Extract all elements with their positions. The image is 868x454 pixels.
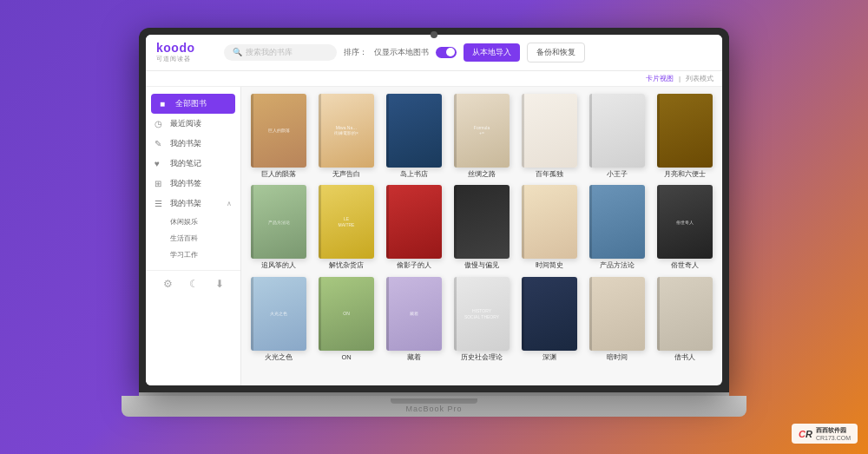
book-title: 借书人 — [674, 353, 695, 362]
laptop-notch — [391, 398, 477, 404]
app-header: koodo 可道阅读器 🔍 搜索我的书库 排序： 仅显示本地图书 从本地导 — [146, 35, 722, 71]
book-title: 巨人的陨落 — [261, 170, 296, 179]
book-card[interactable]: ONON — [316, 277, 377, 362]
list-view-label[interactable]: 列表模式 — [686, 74, 713, 83]
book-title: 偷影子的人 — [397, 261, 431, 270]
toggle-track — [436, 47, 457, 58]
laptop-wrapper: koodo 可道阅读器 🔍 搜索我的书库 排序： 仅显示本地图书 从本地导 — [122, 28, 746, 427]
app-container: koodo 可道阅读器 🔍 搜索我的书库 排序： 仅显示本地图书 从本地导 — [146, 35, 722, 385]
sidebar-item-bookmark-label: 我的笔记 — [170, 158, 201, 169]
local-only-label: 仅显示本地图书 — [374, 47, 429, 58]
search-bar[interactable]: 🔍 搜索我的书库 — [224, 44, 337, 61]
laptop-screen: koodo 可道阅读器 🔍 搜索我的书库 排序： 仅显示本地图书 从本地导 — [146, 35, 722, 385]
book-title: 月亮和六便士 — [664, 170, 706, 179]
book-title: 解忧杂货店 — [329, 261, 364, 270]
book-card[interactable]: 暗时间 — [587, 277, 648, 362]
book-area: 巨人的陨落巨人的陨落Miwa Na… 街練電影的×无声告白岛上书店Formula… — [241, 87, 722, 385]
theme-icon[interactable]: ☾ — [189, 278, 199, 290]
book-card[interactable]: Formula +=丝绸之路 — [451, 94, 512, 179]
watermark-text: 西西软件园 CR173.COM — [816, 426, 851, 441]
sidebar-item-all-label: 全部图书 — [175, 98, 207, 109]
recent-icon: ◷ — [155, 119, 165, 128]
sidebar-sub-work[interactable]: 学习工作 — [146, 247, 240, 263]
sidebar-item-notes[interactable]: ✎ 我的书架 — [146, 134, 240, 154]
book-grid: 巨人的陨落巨人的陨落Miwa Na… 街練電影的×无声告白岛上书店Formula… — [248, 94, 715, 362]
sidebar-item-tags[interactable]: ⊞ 我的书签 — [146, 174, 240, 194]
sidebar-item-shelves-label: 我的书架 — [170, 198, 201, 209]
expand-icon: ∧ — [227, 200, 232, 207]
laptop-brand: MacBook Pro — [405, 405, 462, 413]
backup-button[interactable]: 备份和恢复 — [527, 43, 585, 63]
laptop-hinge — [139, 392, 729, 396]
book-card[interactable]: 借书人 — [654, 277, 715, 362]
app-logo: koodo — [156, 41, 217, 55]
search-placeholder: 搜索我的书库 — [246, 47, 293, 58]
book-card[interactable]: 小王子 — [587, 94, 648, 179]
notes-icon: ✎ — [155, 139, 165, 148]
book-card[interactable]: 火光之色火光之色 — [248, 277, 309, 362]
sidebar-item-recent-label: 最近阅读 — [170, 118, 201, 129]
sidebar-item-bookmark[interactable]: ♥ 我的笔记 — [146, 154, 240, 174]
sidebar-item-tags-label: 我的书签 — [170, 178, 201, 189]
local-toggle[interactable] — [436, 47, 457, 58]
book-title: 小王子 — [607, 170, 628, 179]
book-card[interactable]: 偷影子的人 — [384, 185, 444, 270]
book-card[interactable]: 岛上书店 — [384, 94, 444, 179]
sidebar-item-recent[interactable]: ◷ 最近阅读 — [146, 114, 240, 134]
book-title: 深渊 — [542, 353, 556, 362]
sidebar-sub-leisure[interactable]: 休闲娱乐 — [146, 214, 240, 230]
sidebar-item-all[interactable]: ■ 全部图书 — [151, 94, 235, 114]
watermark-logo: CR — [799, 429, 812, 439]
book-card[interactable]: HISTORY SOCIAL THEORY历史社会理论 — [451, 277, 512, 362]
book-card[interactable]: 月亮和六便士 — [654, 94, 715, 179]
sidebar-item-shelves[interactable]: ☰ 我的书架 ∧ — [146, 194, 240, 214]
sidebar-footer: ⚙ ☾ ⬇ — [146, 270, 240, 297]
book-title: 追风筝的人 — [261, 261, 296, 270]
book-title: 丝绸之路 — [468, 170, 496, 179]
watermark: CR 西西软件园 CR173.COM — [792, 424, 858, 444]
sidebar-item-notes-label: 我的书架 — [170, 138, 201, 149]
watermark-name: 西西软件园 — [816, 426, 851, 435]
settings-icon[interactable]: ⚙ — [163, 278, 173, 290]
book-title: 傲慢与偏见 — [464, 261, 499, 270]
divider: | — [679, 75, 681, 82]
logo-area: koodo 可道阅读器 — [156, 41, 217, 63]
book-title: 藏着 — [407, 353, 421, 362]
book-title: 产品方法论 — [600, 261, 635, 270]
book-title: 无声告白 — [332, 170, 360, 179]
sort-label: 排序： — [344, 47, 367, 58]
tags-icon: ⊞ — [155, 179, 165, 188]
book-title: 时间简史 — [536, 261, 563, 270]
sidebar-sub-life[interactable]: 生活百科 — [146, 230, 240, 247]
book-card[interactable]: 产品方法论追风筝的人 — [248, 185, 309, 270]
book-card[interactable]: 产品方法论 — [587, 185, 648, 270]
watermark-url: CR173.COM — [816, 435, 851, 441]
shelves-icon: ☰ — [155, 199, 165, 208]
book-card[interactable]: 百年孤独 — [519, 94, 580, 179]
bookmark-icon: ♥ — [155, 159, 165, 168]
laptop-base: MacBook Pro — [122, 396, 746, 417]
book-title: 火光之色 — [265, 353, 293, 362]
import-button[interactable]: 从本地导入 — [464, 43, 520, 62]
book-title: 暗时间 — [607, 353, 628, 362]
book-card[interactable]: 巨人的陨落巨人的陨落 — [248, 94, 309, 179]
toggle-thumb — [446, 48, 455, 56]
download-icon[interactable]: ⬇ — [215, 278, 224, 290]
book-card[interactable]: 深渊 — [519, 277, 580, 362]
book-card[interactable]: 时间简史 — [519, 185, 580, 270]
book-card[interactable]: 傲慢与偏见 — [451, 185, 512, 270]
sidebar: ■ 全部图书 ◷ 最近阅读 ✎ 我的书架 ♥ 我 — [146, 87, 241, 385]
all-books-icon: ■ — [160, 99, 170, 109]
book-title: 百年孤独 — [536, 170, 563, 179]
view-mode-selector: 卡片视图 | 列表模式 — [646, 74, 713, 83]
app-main: ■ 全部图书 ◷ 最近阅读 ✎ 我的书架 ♥ 我 — [146, 87, 722, 385]
book-title: 岛上书店 — [400, 170, 428, 179]
book-card[interactable]: Miwa Na… 街練電影的×无声告白 — [316, 94, 377, 179]
book-card[interactable]: 藏着藏着 — [384, 277, 444, 362]
book-card[interactable]: 俗世奇人俗世奇人 — [654, 185, 715, 270]
app-tagline: 可道阅读器 — [156, 55, 217, 63]
book-title: ON — [341, 353, 351, 362]
book-card[interactable]: LE MAITRE解忧杂货店 — [316, 185, 377, 270]
book-title: 历史社会理论 — [461, 353, 503, 362]
card-view-label[interactable]: 卡片视图 — [646, 74, 674, 83]
